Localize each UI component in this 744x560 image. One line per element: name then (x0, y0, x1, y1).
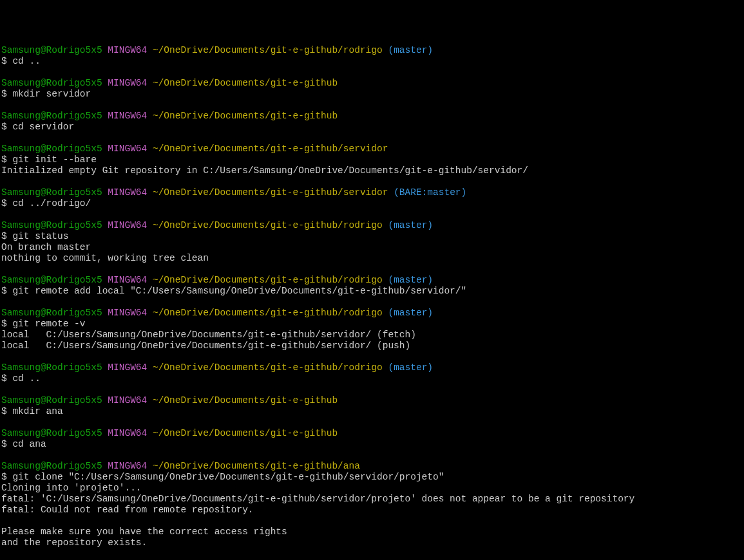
path: ~/OneDrive/Documents/git-e-github/servid… (153, 187, 388, 198)
blank-line (1, 351, 743, 362)
blank-line (1, 548, 743, 559)
command: cd .. (12, 56, 41, 66)
blank-line (1, 209, 743, 220)
host: MINGW64 (108, 78, 147, 88)
prompt-symbol: $ (1, 89, 7, 99)
path: ~/OneDrive/Documents/git-e-github (153, 428, 338, 438)
command-line: $ mkdir ana (1, 406, 743, 417)
command-line: $ cd .. (1, 373, 743, 384)
command: git remote add local "C:/Users/Samsung/O… (12, 286, 466, 296)
path: ~/OneDrive/Documents/git-e-github (153, 111, 338, 121)
command-line: $ cd servidor (1, 122, 743, 133)
prompt-line: Samsung@Rodrigo5x5 MINGW64 ~/OneDrive/Do… (1, 45, 743, 56)
user: Samsung@Rodrigo5x5 (1, 144, 102, 154)
prompt-line: Samsung@Rodrigo5x5 MINGW64 ~/OneDrive/Do… (1, 362, 743, 373)
host: MINGW64 (108, 144, 147, 154)
command: cd ana (12, 439, 46, 449)
prompt-symbol: $ (1, 56, 7, 66)
prompt-line: Samsung@Rodrigo5x5 MINGW64 ~/OneDrive/Do… (1, 275, 743, 286)
prompt-symbol: $ (1, 231, 7, 241)
path: ~/OneDrive/Documents/git-e-github (153, 78, 338, 88)
prompt-symbol: $ (1, 439, 7, 449)
blank-line (1, 100, 743, 111)
prompt-symbol: $ (1, 472, 7, 482)
user: Samsung@Rodrigo5x5 (1, 308, 102, 318)
prompt-line: Samsung@Rodrigo5x5 MINGW64 ~/OneDrive/Do… (1, 461, 743, 472)
branch: (master) (388, 45, 433, 55)
output-line: fatal: Could not read from remote reposi… (1, 505, 743, 516)
command: cd servidor (12, 122, 74, 132)
branch: (master) (388, 275, 433, 285)
blank-line (1, 176, 743, 187)
prompt-symbol: $ (1, 406, 7, 416)
host: MINGW64 (108, 220, 147, 230)
prompt-symbol: $ (1, 286, 7, 296)
command: git status (12, 231, 68, 241)
command-line: $ git init --bare (1, 154, 743, 165)
branch: (BARE:master) (394, 187, 466, 198)
command: cd .. (12, 373, 41, 384)
host: MINGW64 (108, 362, 147, 373)
user: Samsung@Rodrigo5x5 (1, 362, 102, 373)
path: ~/OneDrive/Documents/git-e-github/rodrig… (153, 220, 383, 230)
blank-line (1, 516, 743, 527)
output-line: local C:/Users/Samsung/OneDrive/Document… (1, 330, 743, 341)
user: Samsung@Rodrigo5x5 (1, 78, 102, 88)
branch: (master) (388, 220, 433, 230)
command: git remote -v (12, 319, 85, 329)
prompt-line: Samsung@Rodrigo5x5 MINGW64 ~/OneDrive/Do… (1, 395, 743, 406)
command: mkdir servidor (12, 89, 91, 99)
user: Samsung@Rodrigo5x5 (1, 111, 102, 121)
path: ~/OneDrive/Documents/git-e-github/servid… (153, 144, 388, 154)
user: Samsung@Rodrigo5x5 (1, 461, 102, 471)
command: mkdir ana (12, 406, 62, 416)
prompt-line: Samsung@Rodrigo5x5 MINGW64 ~/OneDrive/Do… (1, 220, 743, 231)
host: MINGW64 (108, 45, 147, 55)
host: MINGW64 (108, 308, 147, 318)
host: MINGW64 (108, 187, 147, 198)
command: git init --bare (12, 154, 97, 165)
path: ~/OneDrive/Documents/git-e-github/rodrig… (153, 45, 383, 55)
prompt-symbol: $ (1, 319, 7, 329)
blank-line (1, 264, 743, 275)
terminal-output: Samsung@Rodrigo5x5 MINGW64 ~/OneDrive/Do… (1, 45, 743, 560)
blank-line (1, 417, 743, 428)
prompt-symbol: $ (1, 154, 7, 165)
prompt-symbol: $ (1, 373, 7, 384)
output-line: nothing to commit, working tree clean (1, 253, 743, 264)
output-line: and the repository exists. (1, 537, 743, 548)
command: git clone "C:/Users/Samsung/OneDrive/Doc… (12, 472, 444, 482)
path: ~/OneDrive/Documents/git-e-github/rodrig… (153, 275, 383, 285)
user: Samsung@Rodrigo5x5 (1, 395, 102, 406)
command-line: $ git status (1, 231, 743, 242)
prompt-line: Samsung@Rodrigo5x5 MINGW64 ~/OneDrive/Do… (1, 78, 743, 89)
command-line: $ cd ana (1, 439, 743, 450)
path: ~/OneDrive/Documents/git-e-github/rodrig… (153, 362, 383, 373)
command-line: $ git clone "C:/Users/Samsung/OneDrive/D… (1, 472, 743, 483)
prompt-symbol: $ (1, 198, 7, 209)
host: MINGW64 (108, 275, 147, 285)
blank-line (1, 297, 743, 308)
user: Samsung@Rodrigo5x5 (1, 45, 102, 55)
output-line: Initialized empty Git repository in C:/U… (1, 165, 743, 176)
host: MINGW64 (108, 428, 147, 438)
host: MINGW64 (108, 461, 147, 471)
output-line: local C:/Users/Samsung/OneDrive/Document… (1, 341, 743, 351)
command-line: $ git remote add local "C:/Users/Samsung… (1, 286, 743, 297)
user: Samsung@Rodrigo5x5 (1, 275, 102, 285)
user: Samsung@Rodrigo5x5 (1, 187, 102, 198)
output-line: Cloning into 'projeto'... (1, 483, 743, 494)
branch: (master) (388, 308, 433, 318)
command-line: $ mkdir servidor (1, 89, 743, 100)
branch: (master) (388, 362, 433, 373)
output-line: fatal: 'C:/Users/Samsung/OneDrive/Docume… (1, 494, 743, 505)
command-line: $ git remote -v (1, 319, 743, 330)
host: MINGW64 (108, 395, 147, 406)
prompt-line: Samsung@Rodrigo5x5 MINGW64 ~/OneDrive/Do… (1, 187, 743, 198)
prompt-symbol: $ (1, 122, 7, 132)
path: ~/OneDrive/Documents/git-e-github/ana (153, 461, 360, 471)
blank-line (1, 67, 743, 78)
command-line: $ cd ../rodrigo/ (1, 198, 743, 209)
blank-line (1, 133, 743, 144)
prompt-line: Samsung@Rodrigo5x5 MINGW64 ~/OneDrive/Do… (1, 144, 743, 154)
